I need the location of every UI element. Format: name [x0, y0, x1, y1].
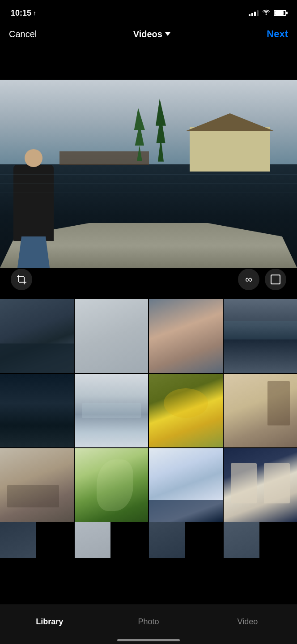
video-grid: 0:13 0:05 0:09 0:07 0:08 0:05 0:07 0:03 … [0, 299, 297, 522]
tab-bar: Library Photo Video [0, 605, 297, 644]
video-grid-partial [0, 522, 297, 558]
square-icon [271, 275, 280, 284]
grid-item[interactable]: 0:07 [224, 299, 297, 373]
grid-item[interactable]: 0:13 [0, 299, 74, 373]
square-button[interactable] [265, 269, 286, 290]
preview-controls: ∞ [0, 269, 297, 290]
status-time: 10:15 ↑ [11, 9, 36, 18]
right-controls: ∞ [238, 269, 286, 290]
wifi-icon [262, 9, 270, 17]
grid-item[interactable]: 0:08 [0, 374, 74, 448]
grid-item[interactable]: 0:05 [75, 374, 148, 448]
infinity-button[interactable]: ∞ [238, 269, 259, 290]
crop-button[interactable] [11, 269, 32, 290]
grid-item[interactable]: 0:24 [75, 448, 148, 522]
grid-item[interactable] [75, 522, 110, 558]
crop-icon [17, 275, 26, 284]
cancel-button[interactable]: Cancel [9, 29, 37, 39]
svg-rect-2 [17, 276, 24, 277]
chevron-down-icon [165, 32, 170, 36]
grid-item[interactable] [0, 522, 36, 558]
infinity-icon: ∞ [245, 274, 252, 285]
svg-rect-1 [18, 275, 19, 282]
tab-video[interactable]: Video [198, 617, 297, 627]
tab-photo[interactable]: Photo [99, 617, 198, 627]
grid-item[interactable]: 0:03 [224, 374, 297, 448]
grid-item[interactable]: 0:16 [0, 448, 74, 522]
nav-title-label: Videos [133, 29, 162, 39]
nav-title[interactable]: Videos [133, 29, 170, 39]
home-indicator [117, 639, 180, 641]
status-bar: 10:15 ↑ [0, 0, 297, 23]
preview-image [0, 80, 297, 268]
status-icons [249, 9, 286, 17]
svg-rect-4 [19, 282, 26, 283]
svg-rect-3 [24, 277, 25, 284]
signal-icon [249, 10, 259, 16]
video-preview: ∞ [0, 48, 297, 299]
grid-item[interactable] [224, 522, 259, 558]
grid-item[interactable]: 0:09 [149, 299, 223, 373]
grid-item[interactable]: 0:02 [149, 448, 223, 522]
grid-item[interactable]: 0:05 [75, 299, 148, 373]
location-icon: ↑ [33, 9, 36, 17]
svg-point-0 [266, 14, 267, 15]
next-button[interactable]: Next [267, 28, 288, 40]
tab-library[interactable]: Library [0, 617, 99, 627]
grid-item[interactable] [149, 522, 185, 558]
battery-icon [274, 10, 286, 16]
grid-item[interactable]: 0:07 [149, 374, 223, 448]
grid-item[interactable]: 0:13 [224, 448, 297, 522]
nav-bar: Cancel Videos Next [0, 23, 297, 48]
